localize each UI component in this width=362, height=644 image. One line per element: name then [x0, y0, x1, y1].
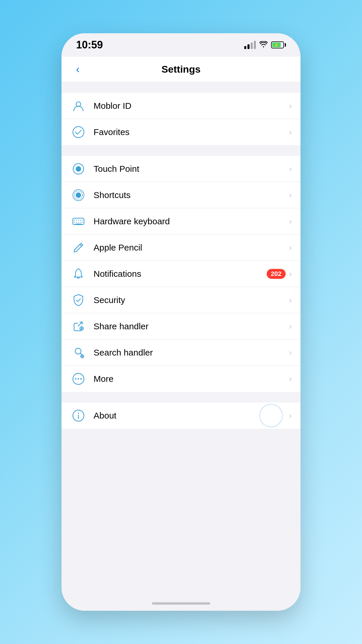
bell-icon: [70, 266, 87, 282]
checkmark-circle-icon: [70, 124, 87, 140]
svg-point-28: [78, 378, 79, 380]
share-handler-row[interactable]: Share handler ›: [61, 313, 301, 340]
account-section: Moblor ID › Favorites ›: [61, 93, 301, 145]
chevron-right-icon: ›: [289, 164, 292, 174]
notifications-badge: 202: [267, 269, 286, 279]
svg-point-29: [80, 378, 82, 380]
svg-point-27: [75, 378, 77, 380]
search-handler-label: Search handler: [94, 348, 289, 358]
wifi-icon: [259, 40, 268, 50]
battery-icon: ⚡: [271, 41, 286, 48]
shield-icon: [70, 292, 87, 308]
moblor-id-row[interactable]: Moblor ID ›: [61, 93, 301, 119]
svg-point-32: [78, 413, 79, 414]
chevron-right-icon: ›: [289, 127, 292, 137]
chevron-right-icon: ›: [289, 348, 292, 357]
touch-point-icon: [70, 161, 87, 177]
touch-point-label: Touch Point: [94, 164, 289, 174]
chevron-right-icon: ›: [289, 190, 292, 200]
controls-section: Touch Point › Shortcuts ›: [61, 156, 301, 392]
chevron-right-icon: ›: [289, 322, 292, 331]
favorites-row[interactable]: Favorites ›: [61, 119, 301, 145]
back-button[interactable]: ‹: [73, 60, 82, 78]
back-chevron-icon: ‹: [76, 63, 80, 76]
status-time: 10:59: [76, 39, 103, 51]
more-icon: [70, 371, 87, 387]
about-label: About: [94, 411, 259, 421]
info-icon: [70, 407, 87, 424]
chevron-right-icon: ›: [289, 374, 292, 384]
svg-point-2: [76, 167, 81, 171]
keyboard-icon: [70, 213, 87, 230]
chevron-right-icon: ›: [289, 217, 292, 226]
svg-rect-7: [73, 218, 84, 225]
security-label: Security: [94, 295, 289, 305]
shortcuts-row[interactable]: Shortcuts ›: [61, 182, 301, 208]
status-icons: ⚡: [244, 40, 286, 50]
apple-pencil-row[interactable]: Apple Pencil ›: [61, 235, 301, 261]
phone-frame: 10:59 ⚡: [61, 33, 301, 611]
home-indicator: [61, 596, 301, 611]
notifications-label: Notifications: [94, 269, 267, 279]
more-label: More: [94, 374, 289, 384]
info-section: About ›: [61, 402, 301, 429]
person-icon: [70, 98, 87, 114]
chevron-right-icon: ›: [289, 269, 292, 279]
page-title: Settings: [161, 64, 201, 75]
share-handler-label: Share handler: [94, 321, 289, 331]
about-circle: [259, 404, 283, 427]
shortcuts-icon: [70, 187, 87, 203]
chevron-right-icon: ›: [289, 101, 292, 111]
svg-point-0: [76, 102, 81, 106]
search-handler-icon: [70, 344, 87, 361]
shortcuts-label: Shortcuts: [94, 190, 289, 200]
share-handler-icon: [70, 318, 87, 335]
home-bar: [152, 602, 210, 605]
search-handler-row[interactable]: Search handler ›: [61, 340, 301, 366]
apple-pencil-label: Apple Pencil: [94, 243, 289, 253]
chevron-right-icon: ›: [289, 243, 292, 252]
nav-bar: ‹ Settings: [61, 57, 301, 82]
notifications-row[interactable]: Notifications 202 ›: [61, 261, 301, 287]
touch-point-row[interactable]: Touch Point ›: [61, 156, 301, 182]
svg-point-1: [73, 127, 84, 138]
svg-point-4: [76, 193, 81, 197]
hardware-keyboard-label: Hardware keyboard: [94, 216, 289, 226]
about-row[interactable]: About ›: [61, 402, 301, 429]
pencil-icon: [70, 239, 87, 256]
signal-bars-icon: [244, 41, 256, 49]
settings-content: Moblor ID › Favorites ›: [61, 82, 301, 596]
more-row[interactable]: More ›: [61, 366, 301, 392]
status-bar: 10:59 ⚡: [61, 33, 301, 57]
security-row[interactable]: Security ›: [61, 287, 301, 313]
hardware-keyboard-row[interactable]: Hardware keyboard ›: [61, 208, 301, 235]
moblor-id-label: Moblor ID: [94, 101, 289, 111]
favorites-label: Favorites: [94, 127, 289, 137]
chevron-right-icon: ›: [289, 295, 292, 305]
chevron-right-icon: ›: [289, 411, 292, 420]
